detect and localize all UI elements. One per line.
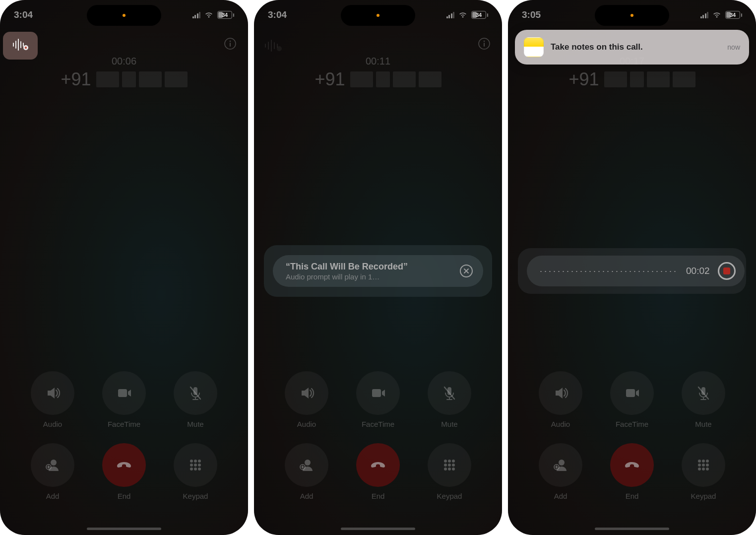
mute-button[interactable]: Mute: [160, 371, 231, 428]
svg-point-64: [706, 464, 709, 467]
recording-dot-icon: [630, 14, 633, 17]
mute-label: Mute: [441, 420, 457, 428]
add-label: Add: [46, 492, 60, 500]
svg-point-21: [194, 464, 197, 467]
audio-label: Audio: [297, 420, 316, 428]
audio-label: Audio: [551, 420, 570, 428]
svg-point-20: [190, 464, 193, 467]
svg-point-24: [194, 468, 197, 470]
recording-dot-icon: [123, 14, 126, 17]
stop-recording-button[interactable]: [718, 262, 736, 280]
call-header: 00:06 +91: [0, 56, 248, 90]
country-code: +91: [315, 69, 345, 90]
cellular-signal-icon: [192, 12, 201, 18]
home-indicator[interactable]: [341, 528, 415, 530]
keypad-button[interactable]: Keypad: [414, 443, 485, 500]
notification-time: now: [727, 43, 740, 51]
facetime-button[interactable]: FaceTime: [596, 371, 668, 428]
svg-point-55: [559, 460, 565, 466]
country-code: +91: [568, 69, 599, 90]
status-time: 3:04: [14, 9, 33, 20]
svg-point-22: [198, 464, 201, 467]
call-controls: Audio FaceTime Mute Add End Keypad: [0, 371, 248, 500]
caller-number: +91: [0, 69, 248, 90]
mute-label: Mute: [695, 420, 711, 428]
status-time: 3:04: [268, 9, 287, 20]
svg-point-49: [444, 468, 447, 470]
recording-popup-title: “This Call Will Be Recorded”: [286, 262, 459, 272]
svg-point-50: [448, 468, 451, 470]
redacted-number: [604, 71, 695, 87]
add-call-button[interactable]: Add: [271, 443, 342, 500]
call-controls: Audio FaceTime Mute Add End Keypad: [508, 371, 756, 500]
add-call-button[interactable]: Add: [525, 443, 596, 500]
notes-notification-banner[interactable]: Take notes on this call. now: [515, 30, 749, 65]
svg-rect-52: [626, 389, 635, 397]
add-label: Add: [300, 492, 314, 500]
call-duration: 00:06: [0, 56, 248, 67]
home-indicator[interactable]: [595, 528, 669, 530]
svg-rect-36: [372, 389, 381, 397]
status-right: 34: [700, 11, 743, 19]
caller-number: +91: [254, 69, 502, 90]
end-label: End: [372, 492, 385, 500]
svg-point-67: [706, 468, 709, 470]
svg-point-31: [277, 46, 282, 51]
waveform-ghost-icon: [264, 39, 283, 55]
recording-dot-icon: [377, 14, 379, 17]
battery-icon: 34: [217, 11, 234, 19]
home-indicator[interactable]: [87, 528, 161, 530]
facetime-label: FaceTime: [362, 420, 394, 428]
svg-point-63: [702, 464, 705, 467]
facetime-button[interactable]: FaceTime: [342, 371, 414, 428]
recording-duration: 00:02: [686, 266, 710, 276]
battery-icon: 34: [725, 11, 742, 19]
mute-button[interactable]: Mute: [414, 371, 485, 428]
mute-button[interactable]: Mute: [668, 371, 739, 428]
svg-point-13: [51, 460, 57, 466]
svg-point-47: [448, 464, 451, 467]
cellular-signal-icon: [700, 12, 709, 18]
waveform-track: ·······························: [540, 266, 678, 276]
svg-point-59: [698, 460, 701, 463]
stop-icon: [723, 268, 730, 274]
redacted-number: [96, 71, 188, 87]
facetime-label: FaceTime: [108, 420, 140, 428]
svg-point-65: [698, 468, 701, 470]
end-label: End: [118, 492, 131, 500]
phone-screen-3: 3:05 34 Take notes on this call. now 00:…: [508, 0, 756, 535]
start-recording-button[interactable]: [3, 32, 38, 60]
recording-announcement-popup: “This Call Will Be Recorded” Audio promp…: [264, 245, 492, 297]
cancel-recording-button[interactable]: [459, 264, 473, 278]
add-call-button[interactable]: Add: [17, 443, 88, 500]
keypad-button[interactable]: Keypad: [160, 443, 231, 500]
svg-point-60: [702, 460, 705, 463]
battery-level: 34: [222, 12, 228, 18]
notes-app-icon: [524, 37, 544, 57]
waveform-record-icon: [12, 38, 29, 53]
audio-button[interactable]: Audio: [271, 371, 342, 428]
svg-point-18: [194, 460, 197, 463]
svg-point-43: [444, 460, 447, 463]
svg-point-51: [452, 468, 455, 470]
audio-button[interactable]: Audio: [17, 371, 88, 428]
svg-point-23: [190, 468, 193, 470]
call-info-button[interactable]: [223, 37, 237, 51]
svg-point-25: [198, 468, 201, 470]
phone-screen-2: 3:04 34 00:11 +91 “This Call Will Be Rec…: [254, 0, 502, 535]
end-call-button[interactable]: End: [596, 443, 668, 500]
recording-popup-subtitle: Audio prompt will play in 1…: [286, 272, 459, 281]
cellular-signal-icon: [446, 12, 455, 18]
keypad-button[interactable]: Keypad: [668, 443, 739, 500]
facetime-button[interactable]: FaceTime: [88, 371, 160, 428]
call-header: 00:11 +91: [254, 56, 502, 90]
status-right: 34: [192, 11, 235, 19]
svg-point-46: [444, 464, 447, 467]
audio-button[interactable]: Audio: [525, 371, 596, 428]
end-call-button[interactable]: End: [342, 443, 414, 500]
battery-level: 34: [476, 12, 482, 18]
caller-number: +91: [508, 69, 756, 90]
wifi-icon: [458, 11, 468, 18]
end-call-button[interactable]: End: [88, 443, 160, 500]
call-info-button[interactable]: [477, 37, 491, 51]
